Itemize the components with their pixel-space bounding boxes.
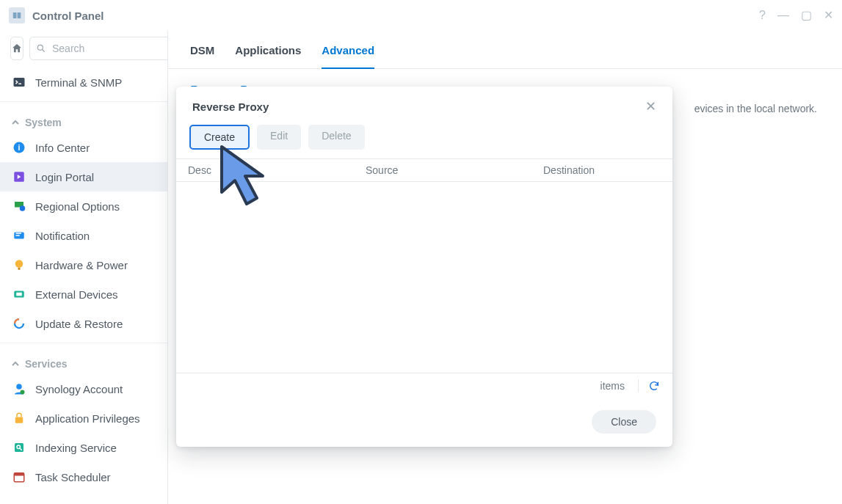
svg-rect-18	[15, 443, 23, 452]
sidebar-section-system[interactable]: System	[0, 106, 167, 133]
svg-rect-14	[16, 293, 22, 296]
terminal-icon	[12, 75, 26, 90]
svg-point-11	[15, 260, 23, 268]
indexing-icon	[12, 440, 26, 455]
svg-line-3	[43, 50, 45, 52]
login-portal-icon	[12, 169, 26, 184]
sidebar-item-label: Terminal & SNMP	[35, 76, 122, 89]
window-controls: ? — ▢ ✕	[759, 10, 833, 21]
window-title: Control Panel	[32, 10, 104, 22]
app-icon	[9, 7, 25, 23]
create-button[interactable]: Create	[189, 125, 250, 150]
dialog-footer: Close	[176, 398, 672, 447]
sidebar-item-label: Application Privileges	[35, 412, 140, 425]
search-input[interactable]	[51, 42, 168, 55]
sidebar-item-label: Notification	[35, 230, 90, 242]
svg-point-16	[21, 390, 25, 395]
dialog-toolbar: Create Edit Delete	[176, 120, 672, 158]
divider	[0, 343, 167, 343]
table-header: Desc Source Destination	[176, 158, 672, 182]
devices-icon	[12, 287, 26, 302]
calendar-icon	[12, 470, 26, 484]
edit-button: Edit	[257, 125, 301, 150]
svg-rect-4	[14, 78, 25, 87]
regional-icon	[12, 199, 26, 213]
sidebar-item-indexing-service[interactable]: Indexing Service	[0, 433, 167, 462]
sidebar-section-services[interactable]: Services	[0, 348, 167, 374]
svg-rect-0	[13, 12, 17, 18]
close-button[interactable]: Close	[592, 410, 656, 434]
column-description[interactable]: Desc	[176, 164, 354, 176]
svg-rect-12	[18, 268, 21, 270]
tabs: DSM Applications Advanced	[168, 31, 842, 69]
sidebar-item-label: Login Portal	[35, 171, 94, 183]
refresh-button[interactable]	[638, 379, 661, 392]
svg-rect-17	[15, 417, 23, 423]
tab-advanced[interactable]: Advanced	[322, 44, 374, 68]
sidebar-item-label: Regional Options	[35, 200, 120, 213]
update-restore-icon	[12, 316, 26, 331]
dialog-close-icon[interactable]: ✕	[645, 98, 656, 114]
lock-icon	[12, 411, 26, 426]
sidebar-item-label: Task Scheduler	[35, 471, 111, 483]
chevron-up-icon	[12, 119, 19, 126]
divider	[0, 101, 167, 102]
refresh-icon	[648, 380, 660, 392]
titlebar: Control Panel ? — ▢ ✕	[0, 0, 842, 31]
sidebar-item-info-center[interactable]: i Info Center	[0, 133, 167, 162]
help-icon[interactable]: ?	[759, 10, 766, 21]
account-icon	[12, 381, 26, 396]
sidebar-item-application-privileges[interactable]: Application Privileges	[0, 403, 167, 433]
sidebar-item-label: Info Center	[35, 142, 90, 154]
svg-point-9	[20, 205, 26, 211]
table-footer: items	[176, 373, 672, 398]
notification-icon	[12, 228, 26, 243]
search-input-wrapper[interactable]	[29, 37, 168, 60]
minimize-icon[interactable]: —	[777, 10, 789, 21]
sidebar: Terminal & SNMP System i Info Center Log…	[0, 31, 168, 504]
sidebar-item-update-restore[interactable]: Update & Restore	[0, 309, 167, 338]
svg-rect-1	[18, 12, 21, 18]
sidebar-item-hardware-power[interactable]: Hardware & Power	[0, 250, 167, 280]
chevron-up-icon	[12, 360, 19, 368]
tab-applications[interactable]: Applications	[235, 44, 301, 68]
info-icon: i	[12, 140, 26, 155]
sidebar-item-notification[interactable]: Notification	[0, 221, 167, 250]
svg-point-2	[37, 45, 43, 50]
sidebar-item-task-scheduler[interactable]: Task Scheduler	[0, 462, 167, 492]
sidebar-item-label: Update & Restore	[35, 318, 123, 330]
maximize-icon[interactable]: ▢	[801, 10, 812, 21]
table-body-empty	[176, 182, 672, 373]
column-source[interactable]: Source	[354, 164, 531, 176]
sidebar-item-label: Hardware & Power	[35, 259, 128, 271]
sidebar-item-regional-options[interactable]: Regional Options	[0, 191, 167, 221]
dialog-header: Reverse Proxy ✕	[176, 87, 672, 120]
sidebar-item-synology-account[interactable]: Synology Account	[0, 374, 167, 403]
sidebar-item-login-portal[interactable]: Login Portal	[0, 162, 167, 191]
sidebar-item-label: Synology Account	[35, 383, 123, 395]
bulb-icon	[12, 258, 26, 272]
reverse-proxy-dialog: Reverse Proxy ✕ Create Edit Delete Desc …	[176, 87, 672, 447]
dialog-title: Reverse Proxy	[192, 101, 269, 113]
svg-text:i: i	[18, 143, 21, 152]
delete-button: Delete	[308, 125, 364, 150]
sidebar-item-terminal-snmp[interactable]: Terminal & SNMP	[0, 67, 167, 97]
svg-point-15	[16, 384, 22, 390]
svg-rect-22	[14, 473, 24, 476]
sidebar-item-label: External Devices	[35, 288, 118, 301]
close-window-icon[interactable]: ✕	[824, 10, 833, 21]
search-icon	[36, 43, 46, 54]
sidebar-item-label: Indexing Service	[35, 442, 117, 454]
tab-dsm[interactable]: DSM	[190, 44, 214, 68]
column-destination[interactable]: Destination	[531, 164, 672, 176]
items-label: items	[600, 380, 625, 392]
home-button[interactable]	[10, 37, 23, 60]
control-panel-window: Control Panel ? — ▢ ✕ Ter	[0, 0, 842, 504]
sidebar-item-external-devices[interactable]: External Devices	[0, 280, 167, 309]
